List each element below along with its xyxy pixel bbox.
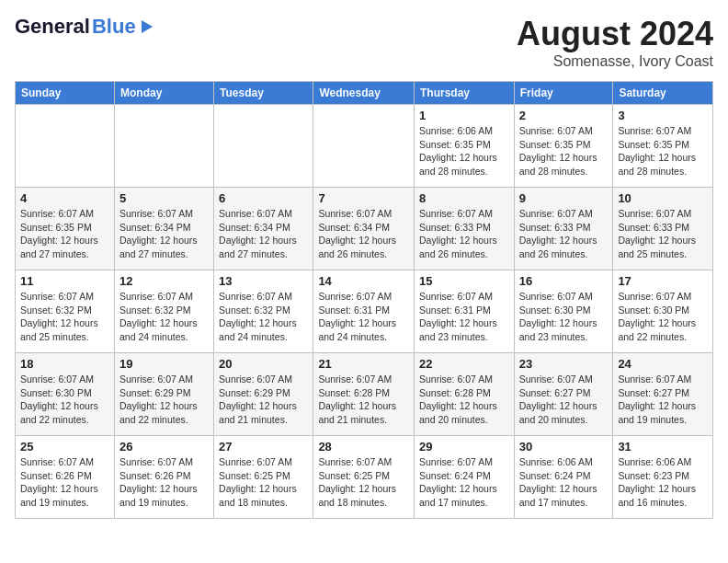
day-info: Sunrise: 6:07 AM Sunset: 6:34 PM Dayligh… <box>119 207 209 261</box>
day-info: Sunrise: 6:07 AM Sunset: 6:33 PM Dayligh… <box>618 207 708 261</box>
day-info: Sunrise: 6:07 AM Sunset: 6:31 PM Dayligh… <box>318 290 409 344</box>
day-number: 18 <box>20 357 109 371</box>
day-info: Sunrise: 6:07 AM Sunset: 6:30 PM Dayligh… <box>618 290 708 344</box>
day-number: 20 <box>219 357 308 371</box>
day-info: Sunrise: 6:07 AM Sunset: 6:27 PM Dayligh… <box>618 373 708 427</box>
weekday-header-sunday: Sunday <box>16 82 115 105</box>
day-info: Sunrise: 6:07 AM Sunset: 6:31 PM Dayligh… <box>419 290 509 344</box>
calendar-cell: 1Sunrise: 6:06 AM Sunset: 6:35 PM Daylig… <box>415 105 515 188</box>
weekday-header-thursday: Thursday <box>415 82 515 105</box>
calendar-cell: 16Sunrise: 6:07 AM Sunset: 6:30 PM Dayli… <box>514 270 613 353</box>
logo-general: General <box>15 15 90 39</box>
title-area: August 2024 Somenasse, Ivory Coast <box>517 15 713 70</box>
day-number: 17 <box>618 274 708 288</box>
calendar-cell: 30Sunrise: 6:06 AM Sunset: 6:24 PM Dayli… <box>514 436 613 519</box>
week-row-2: 4Sunrise: 6:07 AM Sunset: 6:35 PM Daylig… <box>16 188 713 270</box>
calendar-cell: 4Sunrise: 6:07 AM Sunset: 6:35 PM Daylig… <box>16 188 115 270</box>
calendar-cell <box>313 105 415 188</box>
calendar-cell: 2Sunrise: 6:07 AM Sunset: 6:35 PM Daylig… <box>514 105 613 188</box>
week-row-3: 11Sunrise: 6:07 AM Sunset: 6:32 PM Dayli… <box>16 270 713 353</box>
day-info: Sunrise: 6:07 AM Sunset: 6:25 PM Dayligh… <box>219 455 308 510</box>
header: General Blue August 2024 Somenasse, Ivor… <box>15 15 713 70</box>
calendar-cell: 28Sunrise: 6:07 AM Sunset: 6:25 PM Dayli… <box>313 436 415 519</box>
day-number: 11 <box>20 274 109 288</box>
calendar-body: 1Sunrise: 6:06 AM Sunset: 6:35 PM Daylig… <box>16 105 713 519</box>
month-year: August 2024 <box>517 15 713 53</box>
calendar-cell: 23Sunrise: 6:07 AM Sunset: 6:27 PM Dayli… <box>514 353 613 436</box>
day-number: 31 <box>618 440 708 454</box>
week-row-1: 1Sunrise: 6:06 AM Sunset: 6:35 PM Daylig… <box>16 105 713 188</box>
calendar-cell: 21Sunrise: 6:07 AM Sunset: 6:28 PM Dayli… <box>313 353 415 436</box>
day-number: 4 <box>20 191 109 205</box>
week-row-4: 18Sunrise: 6:07 AM Sunset: 6:30 PM Dayli… <box>16 353 713 436</box>
day-number: 30 <box>519 440 609 454</box>
svg-marker-0 <box>142 20 153 33</box>
day-info: Sunrise: 6:07 AM Sunset: 6:34 PM Dayligh… <box>318 207 409 261</box>
day-info: Sunrise: 6:07 AM Sunset: 6:32 PM Dayligh… <box>119 290 209 344</box>
calendar-cell <box>114 105 213 188</box>
day-number: 1 <box>419 109 509 122</box>
day-info: Sunrise: 6:07 AM Sunset: 6:33 PM Dayligh… <box>419 207 509 261</box>
calendar-cell <box>16 105 115 188</box>
day-number: 3 <box>618 109 708 122</box>
day-info: Sunrise: 6:07 AM Sunset: 6:32 PM Dayligh… <box>20 290 109 344</box>
calendar-cell: 10Sunrise: 6:07 AM Sunset: 6:33 PM Dayli… <box>613 188 713 270</box>
day-info: Sunrise: 6:07 AM Sunset: 6:30 PM Dayligh… <box>519 290 609 344</box>
day-info: Sunrise: 6:07 AM Sunset: 6:33 PM Dayligh… <box>519 207 609 261</box>
calendar: SundayMondayTuesdayWednesdayThursdayFrid… <box>15 81 713 519</box>
day-number: 26 <box>119 440 209 454</box>
day-info: Sunrise: 6:07 AM Sunset: 6:29 PM Dayligh… <box>219 373 308 427</box>
day-info: Sunrise: 6:07 AM Sunset: 6:34 PM Dayligh… <box>219 207 308 261</box>
day-info: Sunrise: 6:06 AM Sunset: 6:23 PM Dayligh… <box>618 455 708 510</box>
day-number: 6 <box>219 191 308 205</box>
calendar-cell: 11Sunrise: 6:07 AM Sunset: 6:32 PM Dayli… <box>16 270 115 353</box>
calendar-cell: 22Sunrise: 6:07 AM Sunset: 6:28 PM Dayli… <box>415 353 515 436</box>
day-number: 13 <box>219 274 308 288</box>
calendar-cell: 12Sunrise: 6:07 AM Sunset: 6:32 PM Dayli… <box>114 270 213 353</box>
calendar-cell: 3Sunrise: 6:07 AM Sunset: 6:35 PM Daylig… <box>613 105 713 188</box>
calendar-cell: 24Sunrise: 6:07 AM Sunset: 6:27 PM Dayli… <box>613 353 713 436</box>
weekday-header-monday: Monday <box>114 82 213 105</box>
calendar-cell: 8Sunrise: 6:07 AM Sunset: 6:33 PM Daylig… <box>415 188 515 270</box>
weekday-header-tuesday: Tuesday <box>214 82 313 105</box>
calendar-cell <box>214 105 313 188</box>
day-number: 9 <box>519 191 609 205</box>
day-info: Sunrise: 6:07 AM Sunset: 6:24 PM Dayligh… <box>419 455 509 510</box>
day-number: 10 <box>618 191 708 205</box>
day-info: Sunrise: 6:07 AM Sunset: 6:35 PM Dayligh… <box>618 124 708 178</box>
calendar-cell: 18Sunrise: 6:07 AM Sunset: 6:30 PM Dayli… <box>16 353 115 436</box>
calendar-cell: 31Sunrise: 6:06 AM Sunset: 6:23 PM Dayli… <box>613 436 713 519</box>
day-number: 16 <box>519 274 609 288</box>
day-number: 21 <box>318 357 409 371</box>
day-info: Sunrise: 6:06 AM Sunset: 6:35 PM Dayligh… <box>419 124 509 178</box>
calendar-cell: 17Sunrise: 6:07 AM Sunset: 6:30 PM Dayli… <box>613 270 713 353</box>
day-number: 29 <box>419 440 509 454</box>
day-info: Sunrise: 6:07 AM Sunset: 6:30 PM Dayligh… <box>20 373 109 427</box>
weekday-header-row: SundayMondayTuesdayWednesdayThursdayFrid… <box>16 82 713 105</box>
calendar-cell: 29Sunrise: 6:07 AM Sunset: 6:24 PM Dayli… <box>415 436 515 519</box>
day-info: Sunrise: 6:07 AM Sunset: 6:27 PM Dayligh… <box>519 373 609 427</box>
day-info: Sunrise: 6:07 AM Sunset: 6:28 PM Dayligh… <box>419 373 509 427</box>
day-number: 8 <box>419 191 509 205</box>
logo: General Blue <box>15 15 154 39</box>
day-number: 23 <box>519 357 609 371</box>
day-number: 27 <box>219 440 308 454</box>
day-info: Sunrise: 6:07 AM Sunset: 6:35 PM Dayligh… <box>519 124 609 178</box>
calendar-cell: 9Sunrise: 6:07 AM Sunset: 6:33 PM Daylig… <box>514 188 613 270</box>
calendar-cell: 27Sunrise: 6:07 AM Sunset: 6:25 PM Dayli… <box>214 436 313 519</box>
day-info: Sunrise: 6:07 AM Sunset: 6:29 PM Dayligh… <box>119 373 209 427</box>
calendar-cell: 20Sunrise: 6:07 AM Sunset: 6:29 PM Dayli… <box>214 353 313 436</box>
calendar-cell: 15Sunrise: 6:07 AM Sunset: 6:31 PM Dayli… <box>415 270 515 353</box>
day-number: 2 <box>519 109 609 122</box>
calendar-cell: 7Sunrise: 6:07 AM Sunset: 6:34 PM Daylig… <box>313 188 415 270</box>
calendar-cell: 5Sunrise: 6:07 AM Sunset: 6:34 PM Daylig… <box>114 188 213 270</box>
day-info: Sunrise: 6:06 AM Sunset: 6:24 PM Dayligh… <box>519 455 609 510</box>
week-row-5: 25Sunrise: 6:07 AM Sunset: 6:26 PM Dayli… <box>16 436 713 519</box>
day-number: 7 <box>318 191 409 205</box>
day-number: 24 <box>618 357 708 371</box>
day-number: 5 <box>119 191 209 205</box>
day-info: Sunrise: 6:07 AM Sunset: 6:26 PM Dayligh… <box>20 455 109 510</box>
logo-blue: Blue <box>92 15 136 39</box>
calendar-cell: 19Sunrise: 6:07 AM Sunset: 6:29 PM Dayli… <box>114 353 213 436</box>
calendar-cell: 25Sunrise: 6:07 AM Sunset: 6:26 PM Dayli… <box>16 436 115 519</box>
